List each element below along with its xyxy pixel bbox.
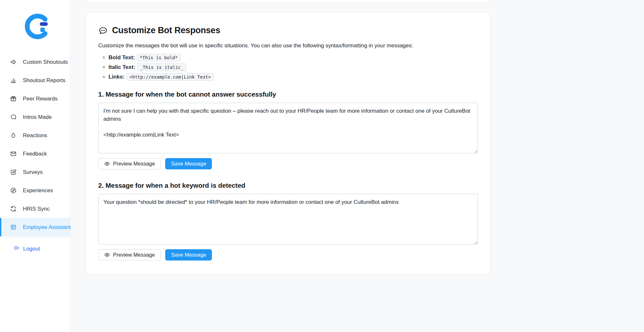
sidebar-item-feedback[interactable]: Feedback bbox=[0, 145, 70, 163]
eye-icon bbox=[104, 161, 110, 167]
save-message-button-1[interactable]: Save Message bbox=[165, 158, 212, 169]
main-content: Customize Bot Responses Customize the me… bbox=[70, 0, 644, 332]
hot-keyword-message-textarea[interactable]: Your question *should be directed* to yo… bbox=[98, 194, 478, 244]
customize-bot-responses-card: Customize Bot Responses Customize the me… bbox=[86, 12, 490, 275]
sidebar-item-label: HRIS Sync bbox=[23, 206, 50, 212]
cannot-answer-message-textarea[interactable]: I'm not sure I can help you with that sp… bbox=[98, 103, 478, 153]
sidebar-item-label: Experiences bbox=[23, 187, 53, 194]
card-header: Customize Bot Responses bbox=[98, 25, 478, 35]
format-label: Bold Text: bbox=[109, 54, 135, 61]
sidebar-item-employee-assistant[interactable]: Employee Assistant bbox=[0, 218, 70, 236]
sidebar-item-custom-shoutouts[interactable]: Custom Shoutouts bbox=[0, 53, 70, 71]
sidebar-item-label: Feedback bbox=[23, 151, 47, 157]
megaphone-icon bbox=[10, 59, 17, 65]
save-message-label: Save Message bbox=[171, 252, 206, 258]
logout-icon bbox=[13, 245, 19, 253]
sidebar-item-label: Employee Assistant bbox=[23, 224, 71, 231]
section-2-buttons: Preview Message Save Message bbox=[98, 249, 478, 261]
sidebar-item-label: Intros Made bbox=[23, 114, 52, 120]
format-item-bold: Bold Text:*This is bold* bbox=[109, 54, 478, 61]
formatting-list: Bold Text:*This is bold* Italic Text:_Th… bbox=[98, 54, 478, 80]
sidebar-item-reactions[interactable]: Reactions bbox=[0, 126, 70, 145]
droplet-icon bbox=[10, 132, 17, 139]
save-message-button-2[interactable]: Save Message bbox=[165, 249, 212, 261]
edit-square-icon bbox=[10, 169, 17, 175]
format-code: *This is bold* bbox=[137, 54, 181, 62]
sidebar-divider bbox=[0, 237, 70, 238]
format-label: Italic Text: bbox=[109, 64, 135, 70]
card-intro: Customize the messages the bot will use … bbox=[98, 43, 478, 49]
preview-message-label: Preview Message bbox=[113, 161, 155, 167]
sync-icon bbox=[10, 205, 17, 212]
card-title: Customize Bot Responses bbox=[112, 25, 220, 35]
format-code: <http://example.com|Link Text> bbox=[127, 73, 214, 81]
format-code: _This is italic_ bbox=[137, 63, 186, 71]
preview-message-label: Preview Message bbox=[113, 252, 155, 258]
bar-chart-icon bbox=[10, 77, 17, 84]
sidebar-item-label: Surveys bbox=[23, 169, 43, 175]
preview-message-button-1[interactable]: Preview Message bbox=[98, 158, 161, 169]
logout-label: Logout bbox=[23, 246, 40, 252]
sidebar-item-hris-sync[interactable]: HRIS Sync bbox=[0, 200, 70, 218]
sidebar-item-shoutout-reports[interactable]: Shoutout Reports bbox=[0, 71, 70, 90]
sidebar-nav: Custom Shoutouts Shoutout Reports Peer R… bbox=[0, 53, 70, 236]
compass-icon bbox=[10, 187, 17, 194]
culturebot-logo bbox=[0, 0, 70, 43]
sidebar-item-experiences[interactable]: Experiences bbox=[0, 181, 70, 200]
save-message-label: Save Message bbox=[171, 161, 206, 167]
format-label: Links: bbox=[109, 74, 125, 80]
logout-button[interactable]: Logout bbox=[0, 245, 70, 253]
envelope-icon bbox=[10, 150, 17, 157]
sidebar-item-surveys[interactable]: Surveys bbox=[0, 163, 70, 181]
eye-icon bbox=[104, 252, 110, 258]
section-1-buttons: Preview Message Save Message bbox=[98, 158, 478, 169]
preview-message-button-2[interactable]: Preview Message bbox=[98, 249, 161, 261]
sidebar-item-label: Reactions bbox=[23, 132, 47, 139]
sidebar-item-label: Peer Rewards bbox=[23, 96, 58, 102]
badge-icon bbox=[10, 224, 17, 231]
format-item-italic: Italic Text:_This is italic_ bbox=[109, 64, 478, 71]
previous-card-edge bbox=[86, 0, 490, 3]
sidebar: Custom Shoutouts Shoutout Reports Peer R… bbox=[0, 0, 70, 332]
section-2-heading: 2. Message for when a hot keyword is det… bbox=[98, 182, 478, 189]
format-item-links: Links:<http://example.com|Link Text> bbox=[109, 74, 478, 80]
section-1-heading: 1. Message for when the bot cannot answe… bbox=[98, 90, 478, 98]
chat-bubble-dots-icon bbox=[98, 26, 108, 35]
sidebar-item-intros-made[interactable]: Intros Made bbox=[0, 108, 70, 126]
gift-icon bbox=[10, 95, 17, 102]
sidebar-item-label: Custom Shoutouts bbox=[23, 59, 68, 65]
chat-bubble-icon bbox=[10, 114, 17, 120]
sidebar-item-peer-rewards[interactable]: Peer Rewards bbox=[0, 90, 70, 108]
sidebar-item-label: Shoutout Reports bbox=[23, 77, 65, 84]
culturebot-logo-icon bbox=[23, 12, 53, 41]
